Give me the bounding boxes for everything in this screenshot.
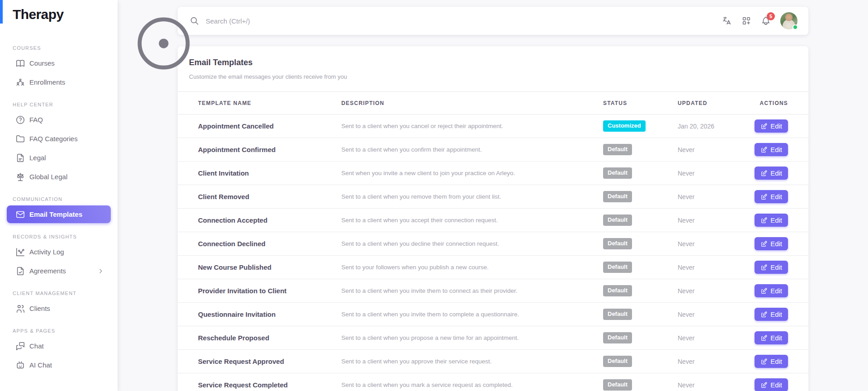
status-badge: Default (603, 262, 632, 272)
bell-icon[interactable]: 5 (761, 16, 771, 26)
sidebar-item-ai-chat[interactable]: AI Chat (7, 356, 111, 374)
sidebar-section-communication: COMMUNICATION (0, 196, 118, 202)
edit-icon (760, 264, 768, 271)
edit-button[interactable]: Edit (755, 167, 788, 180)
sidebar-item-faq-categories[interactable]: FAQ Categories (7, 130, 111, 148)
page-title: Email Templates (189, 58, 797, 67)
template-name: Reschedule Proposed (198, 334, 341, 342)
sidebar-item-legal[interactable]: Legal (7, 149, 111, 167)
scales-icon (15, 172, 25, 182)
template-name: Connection Accepted (198, 216, 341, 224)
template-name: Client Removed (198, 193, 341, 200)
updated-date: Never (678, 311, 752, 318)
sidebar-item-activity-log[interactable]: Activity Log (7, 243, 111, 261)
template-description: Sent to a client when you invite them to… (341, 311, 603, 318)
sidebar-nav: COURSES Courses Enrollments HELP CENTER … (0, 29, 118, 374)
grid-add-icon[interactable] (741, 16, 751, 26)
page-subtitle: Customize the email messages your client… (189, 73, 797, 80)
edit-button[interactable]: Edit (755, 190, 788, 203)
edit-icon (760, 193, 768, 200)
file-check-icon (15, 266, 25, 276)
updated-date: Never (678, 170, 752, 177)
edit-icon (760, 170, 768, 177)
template-name: Client Invitation (198, 169, 341, 177)
status-badge: Default (603, 191, 632, 202)
online-status-dot (793, 24, 798, 30)
edit-button[interactable]: Edit (755, 331, 788, 344)
chart-dots-icon (15, 247, 25, 257)
edit-button-label: Edit (770, 216, 782, 224)
table-row: Service Request Completed Sent to a clie… (178, 373, 808, 391)
folder-icon (15, 134, 25, 144)
notification-badge: 5 (767, 12, 775, 20)
edit-button-label: Edit (770, 169, 782, 177)
table-row: Service Request Approved Sent to a clien… (178, 350, 808, 373)
edit-icon (760, 334, 768, 342)
table-row: Client Removed Sent to a client when you… (178, 185, 808, 209)
table-row: Appointment Confirmed Sent to a client w… (178, 138, 808, 162)
template-description: Sent to a client when you confirm their … (341, 146, 603, 153)
edit-button[interactable]: Edit (755, 237, 788, 250)
table-row: Connection Accepted Sent to a client whe… (178, 209, 808, 232)
sidebar-item-clients[interactable]: Clients (7, 300, 111, 317)
menu-pin-toggle-icon[interactable] (96, 10, 106, 19)
sidebar-item-label: Global Legal (29, 173, 67, 181)
edit-button[interactable]: Edit (755, 355, 788, 368)
updated-date: Never (678, 193, 752, 200)
edit-icon (760, 311, 768, 318)
table-row: Connection Declined Sent to a client whe… (178, 232, 808, 256)
sidebar-item-label: Email Templates (29, 210, 82, 218)
col-description: Description (341, 100, 603, 106)
col-status: Status (603, 100, 678, 106)
edit-button-label: Edit (770, 358, 782, 365)
language-icon[interactable] (722, 16, 732, 26)
template-description: Sent to a client when you invite them to… (341, 287, 603, 294)
sidebar-item-label: AI Chat (29, 361, 52, 369)
template-description: Sent to a client when you approve their … (341, 358, 603, 365)
template-name: Questionnaire Invitation (198, 310, 341, 318)
search-input[interactable] (206, 17, 441, 25)
sidebar-item-chat[interactable]: Chat (7, 337, 111, 355)
edit-button[interactable]: Edit (755, 308, 788, 321)
sidebar-item-courses[interactable]: Courses (7, 54, 111, 72)
updated-date: Jan 20, 2026 (678, 123, 752, 130)
sidebar-section-help-center: HELP CENTER (0, 102, 118, 107)
sidebar-item-faq[interactable]: FAQ (7, 111, 111, 129)
navbar-actions: 5 (722, 12, 797, 29)
edit-button[interactable]: Edit (755, 261, 788, 274)
sidebar-item-enrollments[interactable]: Enrollments (7, 73, 111, 91)
template-description: Sent to a client when you remove them fr… (341, 193, 603, 200)
edit-button[interactable]: Edit (755, 119, 788, 133)
mail-icon (15, 210, 25, 219)
brand: Therapy (0, 0, 118, 29)
sidebar-section-client-management: CLIENT MANAGEMENT (0, 291, 118, 296)
status-badge: Default (603, 285, 632, 296)
sidebar-item-label: Chat (29, 342, 44, 350)
sidebar-item-label: Courses (29, 59, 55, 67)
template-description: Sent to your followers when you publish … (341, 264, 603, 271)
edit-button[interactable]: Edit (755, 284, 788, 297)
card-header: Email Templates Customize the email mess… (178, 46, 808, 80)
search-bar[interactable] (189, 16, 722, 26)
users-icon (15, 304, 25, 314)
edit-button-label: Edit (770, 334, 782, 342)
table-row: Appointment Cancelled Sent to a client w… (178, 114, 808, 138)
edit-button[interactable]: Edit (755, 143, 788, 156)
template-name: Provider Invitation to Client (198, 287, 341, 295)
template-name: New Course Published (198, 263, 341, 271)
updated-date: Never (678, 358, 752, 365)
edit-button[interactable]: Edit (755, 214, 788, 227)
status-badge: Default (603, 167, 632, 178)
edit-icon (760, 381, 768, 389)
template-name: Appointment Cancelled (198, 122, 341, 130)
users-group-icon (15, 77, 25, 87)
brand-name: Therapy (13, 7, 64, 22)
sidebar-item-global-legal[interactable]: Global Legal (7, 168, 111, 186)
edit-button[interactable]: Edit (755, 378, 788, 391)
updated-date: Never (678, 287, 752, 295)
edit-button-label: Edit (770, 240, 782, 248)
avatar[interactable] (780, 12, 797, 29)
col-actions: Actions (752, 100, 788, 106)
sidebar-item-email-templates[interactable]: Email Templates (7, 205, 111, 223)
sidebar-item-agreements[interactable]: Agreements (7, 262, 111, 280)
